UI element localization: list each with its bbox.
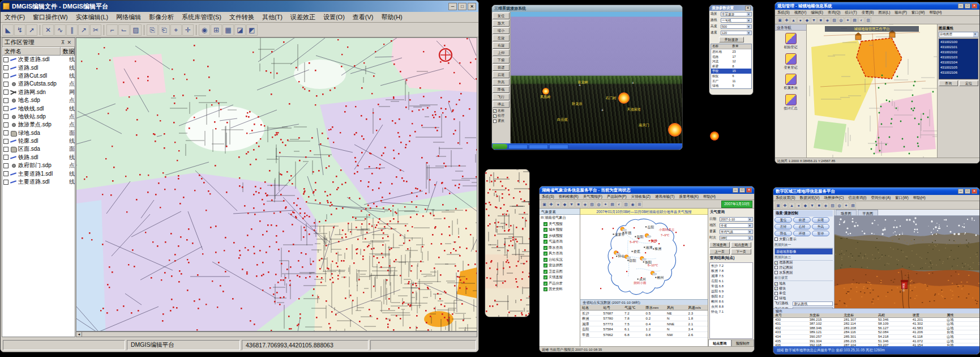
scene-button[interactable]: 降低: [774, 231, 792, 236]
toolbar-icon[interactable]: ▣: [775, 202, 781, 209]
layer-checkbox[interactable]: [3, 122, 8, 128]
maximize-button[interactable]: □: [458, 3, 467, 10]
layer-row[interactable]: 道路.sdl 线: [2, 63, 75, 71]
big-window-option[interactable]: 大窗口显示: [774, 237, 833, 242]
nav-button[interactable]: 下俯: [493, 57, 510, 63]
maximize-button[interactable]: □: [965, 3, 970, 8]
layer-row[interactable]: 主要道路1.sdl 线: [2, 169, 75, 177]
result-row[interactable]: 岳阳 6.1: [711, 279, 751, 284]
tree-item[interactable]: ✓ 风力查询: [540, 251, 580, 257]
field-dropdown[interactable]: 一号线 ▾: [721, 18, 752, 23]
nav-button[interactable]: 降低: [493, 86, 510, 93]
toolbar-icon[interactable]: ◪: [234, 24, 246, 36]
scroll-left-arrow[interactable]: ◄: [76, 332, 82, 337]
layer-option[interactable]: 道路图层: [774, 261, 833, 266]
menu-item[interactable]: 查询(Q): [825, 10, 842, 15]
mark-option[interactable]: 楼块: [774, 286, 833, 291]
toolbar-icon[interactable]: ▼: [809, 202, 815, 209]
menu-item[interactable]: 文件(F): [1, 13, 29, 22]
maximize-button[interactable]: □: [965, 189, 970, 194]
scene-button[interactable]: 左转: [774, 224, 792, 230]
table-row[interactable]: 434390.257285.30154.21841.118山地: [773, 335, 979, 339]
layer-row[interactable]: 轮廓.sdl 线: [2, 137, 75, 145]
layer-row[interactable]: 铁路.sdl 线: [2, 154, 75, 162]
nav-button[interactable]: 缩小: [493, 27, 510, 34]
result-row[interactable]: 衡阳 8.2: [711, 294, 751, 299]
table-header-cell[interactable]: 东坐标: [808, 313, 842, 317]
list-row[interactable]: 居民地 23: [711, 49, 751, 54]
menu-item[interactable]: 系统库管理(S): [178, 13, 225, 22]
task-button[interactable]: [508, 144, 528, 149]
toolbar-icon[interactable]: ■: [575, 201, 581, 207]
layer-select[interactable]: 宗地图层 ▾: [939, 32, 978, 37]
menu-item[interactable]: 编辑(E): [808, 10, 825, 15]
close-icon[interactable]: ✕: [745, 6, 751, 11]
toolbar-icon[interactable]: ▣: [541, 201, 547, 207]
field-dropdown[interactable]: 平均气温 ▾: [720, 230, 753, 234]
result-row[interactable]: 郴州 8.6: [711, 299, 751, 304]
mark-option[interactable]: 地名: [774, 281, 833, 286]
menu-item[interactable]: 图层(L): [876, 10, 892, 15]
toolbar-icon[interactable]: ◆: [562, 201, 568, 207]
close-button[interactable]: ✕: [972, 189, 977, 194]
nav-button[interactable]: 停止: [493, 101, 510, 108]
pin-icon[interactable]: ⊼: [60, 40, 66, 45]
toolbar-icon[interactable]: ■: [818, 17, 824, 23]
menu-item[interactable]: 帮助(H): [927, 10, 944, 15]
table-row[interactable]: 435391.304286.21551.34641.072山地: [773, 339, 979, 344]
nav-button[interactable]: 复位: [493, 12, 510, 19]
table-row[interactable]: 430386.215281.30750.34641.201山地: [773, 318, 979, 322]
view-tab[interactable]: 场景图: [836, 210, 857, 215]
result-row[interactable]: 怀化 7.1: [711, 309, 751, 314]
query-button[interactable]: 区域查询: [709, 242, 730, 248]
field-dropdown[interactable]: 2007-1-10 ▾: [720, 217, 753, 222]
toolbar-icon[interactable]: ■: [816, 202, 822, 209]
toolbar-icon[interactable]: ⌖: [170, 24, 182, 36]
toolbar-icon[interactable]: ▤: [851, 17, 858, 23]
toolbar-icon[interactable]: ⌙: [118, 24, 130, 36]
layer-row[interactable]: 地铁站.sdp 点: [2, 113, 75, 121]
field-dropdown[interactable]: 120 ▾: [721, 31, 752, 35]
layer-row[interactable]: 绿地.sda 面: [2, 129, 75, 137]
toolbar-icon[interactable]: ●: [555, 201, 561, 207]
result-row[interactable]: 长沙 7.2: [711, 264, 751, 269]
menu-item[interactable]: 信息查询(I): [846, 196, 868, 201]
horizontal-scrollbar[interactable]: ◄: [76, 332, 477, 337]
menu-item[interactable]: 查看(V): [349, 13, 378, 22]
menu-item[interactable]: 实体编辑(L): [72, 13, 112, 22]
minimize-button[interactable]: ─: [958, 3, 964, 8]
list-row[interactable]: 学校 15: [711, 69, 751, 74]
scene-button[interactable]: 前进: [793, 217, 811, 223]
tree-item[interactable]: ✓ 降水查询: [540, 245, 580, 251]
toolbar-icon[interactable]: ✦: [845, 17, 851, 23]
menu-item[interactable]: 帮助(H): [378, 13, 406, 22]
layer-row[interactable]: 道路网.sdn 网: [2, 88, 75, 96]
table-header-cell[interactable]: 气温℃: [623, 305, 644, 310]
layer-checkbox[interactable]: [3, 65, 8, 70]
menu-item[interactable]: 窗口(W): [909, 10, 927, 15]
menu-item[interactable]: 设置(O): [319, 13, 349, 22]
field-dropdown[interactable]: 全省 ▾: [720, 223, 753, 228]
parcel-id[interactable]: 431002104: [940, 60, 977, 65]
tree-item[interactable]: ✓ 历史资料: [540, 287, 580, 293]
close-button[interactable]: ✕: [468, 3, 476, 10]
toolbar-icon[interactable]: ◆: [802, 202, 808, 209]
start-roam-button[interactable]: 开始漫游: [719, 37, 744, 42]
parcel-id[interactable]: 431002100: [940, 40, 977, 45]
list-row[interactable]: 医院 6: [711, 74, 751, 79]
panel-tab[interactable]: 站点查询: [708, 339, 731, 346]
table-header-cell[interactable]: 坡度: [911, 313, 945, 317]
tree-root[interactable]: ⊟ 湖南省气象台: [540, 215, 580, 221]
menu-item[interactable]: 视图(V): [792, 10, 809, 15]
menu-item[interactable]: 窗口(W): [893, 196, 910, 201]
menu-item[interactable]: 帮助(H): [911, 196, 928, 201]
checkbox-icon[interactable]: [774, 261, 778, 265]
layer-row[interactable]: 地名.sdp 点: [2, 96, 75, 104]
result-row[interactable]: 永州 8.8: [711, 304, 751, 309]
parcel-id[interactable]: 431002103: [940, 55, 977, 60]
layer-checkbox[interactable]: [3, 90, 8, 95]
layer-checkbox[interactable]: [3, 57, 8, 62]
route-dropdown[interactable]: 默认路线: [793, 301, 833, 306]
map-view[interactable]: [76, 37, 477, 332]
toolbar-icon[interactable]: ✕: [42, 24, 54, 36]
